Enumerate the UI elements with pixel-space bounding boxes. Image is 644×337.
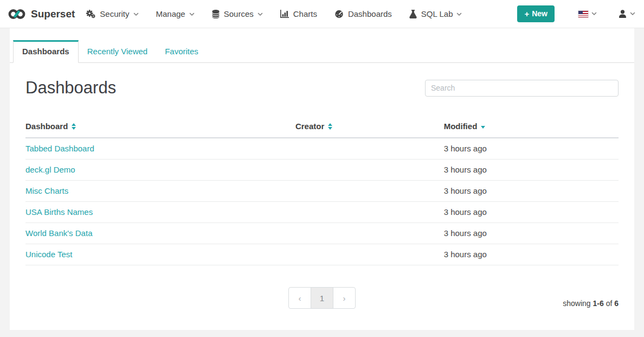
dashboard-link[interactable]: Misc Charts	[25, 186, 68, 195]
new-button[interactable]: + New	[517, 5, 555, 22]
column-header-creator[interactable]: Creator	[295, 122, 444, 131]
dashboard-link[interactable]: deck.gl Demo	[25, 165, 75, 174]
chevron-down-icon	[257, 12, 263, 16]
dashboard-link[interactable]: World Bank's Data	[25, 228, 92, 238]
pagination-prev-button[interactable]: ‹	[288, 287, 311, 309]
pagination-page-1-button[interactable]: 1	[311, 287, 333, 309]
showing-summary: showing 1-6 of 6	[563, 299, 619, 308]
chevron-down-icon	[591, 12, 597, 16]
modified-cell: 3 hours ago	[444, 186, 619, 195]
table-row: World Bank's Data 3 hours ago	[25, 223, 619, 244]
table-row: Misc Charts 3 hours ago	[25, 181, 619, 202]
new-button-label: New	[532, 9, 548, 18]
column-header-dashboard[interactable]: Dashboard	[25, 122, 295, 131]
content-area: Dashboards Dashboard Creator Modified Ta…	[10, 78, 634, 337]
chevron-down-icon	[630, 12, 635, 16]
modified-cell: 3 hours ago	[444, 144, 619, 153]
table-row: USA Births Names 3 hours ago	[25, 202, 619, 223]
chevron-down-icon	[456, 12, 462, 16]
showing-range: 1-6	[593, 299, 604, 308]
sort-icon	[328, 123, 332, 130]
menu-label: Security	[100, 9, 129, 18]
database-icon	[212, 10, 220, 18]
dashboard-link[interactable]: Unicode Test	[25, 250, 72, 259]
chevron-down-icon	[133, 12, 139, 16]
tab-dashboards[interactable]: Dashboards	[13, 40, 79, 63]
menu-label: Charts	[293, 9, 317, 18]
menu-dashboards[interactable]: Dashboards	[326, 0, 401, 28]
superset-logo-icon	[8, 8, 26, 21]
menu-label: Sources	[224, 9, 254, 18]
modified-cell: 3 hours ago	[444, 250, 619, 259]
table-header-row: Dashboard Creator Modified	[25, 115, 619, 138]
table-row: Tabbed Dashboard 3 hours ago	[25, 138, 619, 160]
flask-icon	[409, 10, 417, 18]
cogs-icon	[86, 9, 95, 18]
user-icon	[619, 10, 627, 18]
superset-brand[interactable]: Superset	[8, 8, 75, 21]
us-flag-icon	[578, 11, 588, 17]
showing-total: 6	[614, 299, 619, 308]
menu-label: SQL Lab	[421, 9, 453, 18]
menu-charts[interactable]: Charts	[272, 0, 326, 28]
showing-prefix: showing	[563, 299, 590, 308]
column-label: Dashboard	[25, 122, 68, 131]
sort-icon	[72, 123, 76, 130]
language-selector[interactable]	[578, 11, 597, 17]
column-label: Modified	[444, 122, 478, 131]
plus-icon: +	[524, 10, 529, 18]
table-footer: showing 1-6 of 6 ‹ 1 ›	[25, 287, 619, 337]
menu-sql-lab[interactable]: SQL Lab	[401, 0, 471, 28]
sort-desc-icon	[481, 126, 485, 129]
modified-cell: 3 hours ago	[444, 228, 619, 238]
search-input[interactable]	[425, 80, 619, 97]
menu-security[interactable]: Security	[77, 0, 147, 28]
menu-label: Manage	[156, 9, 185, 18]
dashboard-link[interactable]: USA Births Names	[25, 207, 93, 217]
brand-label: Superset	[31, 8, 75, 20]
showing-of: of	[606, 299, 613, 308]
chevron-down-icon	[189, 12, 195, 16]
menu-label: Dashboards	[348, 9, 392, 18]
gauge-icon	[334, 10, 344, 18]
table-row: deck.gl Demo 3 hours ago	[25, 160, 619, 181]
table-row: Unicode Test 3 hours ago	[25, 244, 619, 265]
tab-favorites[interactable]: Favorites	[156, 40, 207, 62]
user-menu[interactable]	[619, 10, 635, 18]
main-panel: Dashboards Recently Viewed Favorites Das…	[10, 28, 634, 330]
modified-cell: 3 hours ago	[444, 207, 619, 217]
column-label: Creator	[295, 122, 324, 131]
main-menu: Security Manage Sources	[77, 0, 471, 28]
modified-cell: 3 hours ago	[444, 165, 619, 174]
tab-bar: Dashboards Recently Viewed Favorites	[10, 28, 634, 63]
menu-sources[interactable]: Sources	[203, 0, 272, 28]
top-navbar: Superset	[0, 0, 644, 28]
column-header-modified[interactable]: Modified	[444, 122, 619, 131]
page-title: Dashboards	[25, 78, 116, 98]
pagination: ‹ 1 ›	[25, 287, 619, 309]
pagination-next-button[interactable]: ›	[333, 287, 356, 309]
page-header: Dashboards	[25, 78, 619, 98]
navbar-right: + New	[517, 5, 635, 22]
dashboard-link[interactable]: Tabbed Dashboard	[25, 144, 94, 153]
bar-chart-icon	[280, 10, 289, 18]
menu-manage[interactable]: Manage	[147, 0, 203, 28]
tab-recently-viewed[interactable]: Recently Viewed	[79, 40, 156, 62]
